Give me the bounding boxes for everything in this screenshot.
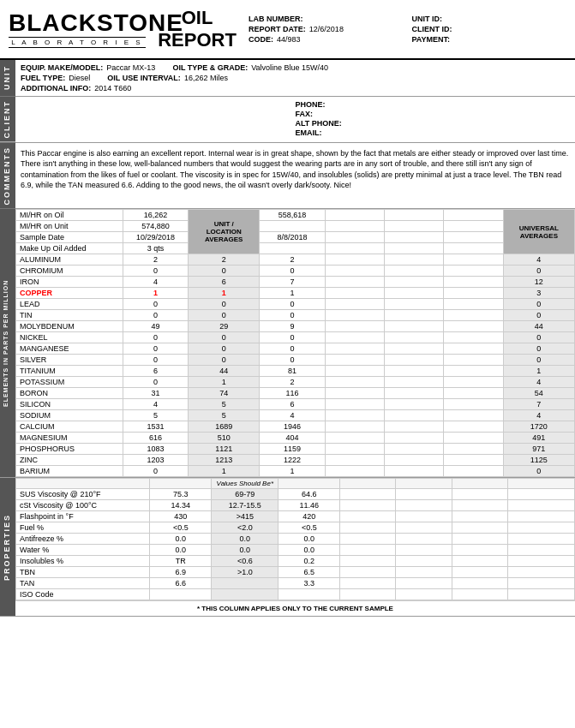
element-col6 <box>444 343 503 355</box>
prop-col4 <box>340 511 396 522</box>
element-row-molybdenum: MOLYBDENUM 49 29 9 44 <box>16 321 575 332</box>
element-col5 <box>385 421 444 433</box>
equip-label: EQUIP. MAKE/MODEL: <box>21 63 103 72</box>
element-val3-manganese: 0 <box>260 343 325 355</box>
element-col5 <box>385 388 444 399</box>
element-row-silicon: SILICON 4 5 6 7 <box>16 399 575 410</box>
payment-row: PAYMENT: <box>412 35 567 44</box>
header-info: LAB NUMBER: UNIT ID: REPORT DATE: 12/6/2… <box>249 15 566 44</box>
comments-section: COMMENTS This Paccar engine is also earn… <box>0 143 575 210</box>
meta-col5 <box>385 243 444 254</box>
element-row-copper: COPPER 1 1 1 3 <box>16 288 575 299</box>
element-val3-calcium: 1946 <box>260 421 325 433</box>
report-line2: REPORT <box>146 29 249 51</box>
prop-col5 <box>396 522 452 534</box>
prop-row-sus: SUS Viscosity @ 210°F 75.3 69-79 64.6 <box>16 489 575 500</box>
prop-row-iso: ISO Code <box>16 589 575 600</box>
element-col6 <box>444 366 503 377</box>
prop-col7 <box>507 489 574 500</box>
element-col4 <box>325 299 384 310</box>
prop-row-cst: cSt Viscosity @ 100°C 14.34 12.7-15.5 11… <box>16 500 575 511</box>
element-avg-lead: 0 <box>189 299 260 310</box>
prop-col5 <box>396 567 452 578</box>
element-val1-chromium: 0 <box>123 266 188 277</box>
element-universal-magnesium: 491 <box>503 433 574 444</box>
element-val1-copper: 1 <box>123 288 188 299</box>
prop-val1-tan: 6.6 <box>150 578 212 589</box>
element-val1-titanium: 6 <box>123 366 188 377</box>
elements-table-container: MI/HR on Oil 16,262 UNIT /LOCATIONAVERAG… <box>15 209 575 477</box>
element-val3-nickel: 0 <box>260 332 325 343</box>
element-row-iron: IRON 4 6 7 12 <box>16 277 575 288</box>
element-val1-zinc: 1203 <box>123 455 188 466</box>
equip-value: Paccar MX-13 <box>106 63 155 72</box>
comments-content: This Paccar engine is also earning an ex… <box>15 143 575 209</box>
prop-label-water: Water % <box>16 545 150 556</box>
oil-type-value: Valvoline Blue 15W/40 <box>251 63 328 72</box>
meta-label-sample-date: Sample Date <box>16 232 123 243</box>
unit-row-2: FUEL TYPE: Diesel OIL USE INTERVAL: 16,2… <box>21 74 570 82</box>
unit-side-label: UNIT <box>0 60 15 96</box>
element-universal-iron: 12 <box>503 277 574 288</box>
prop-col5 <box>396 556 452 567</box>
footer-note: * THIS COLUMN APPLIES ONLY TO THE CURREN… <box>15 600 575 616</box>
code-label: CODE: <box>249 35 273 44</box>
meta-col3 <box>260 221 325 232</box>
unit-id-label: UNIT ID: <box>412 15 443 23</box>
prop-val1-flashpoint: 430 <box>150 511 212 522</box>
prop-col5 <box>396 589 452 600</box>
element-universal-nickel: 0 <box>503 332 574 343</box>
note-empty4 <box>340 479 396 489</box>
element-universal-lead: 0 <box>503 299 574 310</box>
prop-col6 <box>452 511 507 522</box>
element-val1-silicon: 4 <box>123 399 188 410</box>
element-label-silicon: SILICON <box>16 399 123 410</box>
prop-label-flashpoint: Flashpoint in °F <box>16 511 150 522</box>
element-row-aluminum: ALUMINUM 2 2 2 4 <box>16 254 575 266</box>
element-val3-iron: 7 <box>260 277 325 288</box>
prop-avg-iso <box>212 589 279 600</box>
element-col5 <box>385 377 444 388</box>
prop-val1-iso <box>150 589 212 600</box>
oil-use-field: OIL USE INTERVAL: 16,262 Miles <box>107 74 228 82</box>
oil-type-field: OIL TYPE & GRADE: Valvoline Blue 15W/40 <box>172 63 328 72</box>
prop-row-antifreeze: Antifreeze % 0.0 0.0 0.0 <box>16 534 575 545</box>
client-section: CLIENT PHONE: FAX: ALT PHONE: EMAIL: <box>0 97 575 143</box>
element-col5 <box>385 399 444 410</box>
element-label-barium: BARIUM <box>16 466 123 477</box>
prop-col7 <box>507 589 574 600</box>
client-side-label: CLIENT <box>0 97 15 142</box>
element-col5 <box>385 466 444 477</box>
element-val1-sodium: 5 <box>123 410 188 421</box>
element-avg-titanium: 44 <box>189 366 260 377</box>
prop-col5 <box>396 578 452 589</box>
element-label-silver: SILVER <box>16 355 123 366</box>
logo-area: BLACKSTONE L A B O R A T O R I E S <box>9 11 146 48</box>
payment-label: PAYMENT: <box>412 35 451 44</box>
element-val1-silver: 0 <box>123 355 188 366</box>
element-universal-boron: 54 <box>503 388 574 399</box>
element-col6 <box>444 444 503 455</box>
properties-note-row: Values Should Be* <box>16 479 575 489</box>
element-avg-copper: 1 <box>189 288 260 299</box>
element-row-silver: SILVER 0 0 0 0 <box>16 355 575 366</box>
element-col6 <box>444 433 503 444</box>
element-avg-phosphorus: 1121 <box>189 444 260 455</box>
element-avg-calcium: 1689 <box>189 421 260 433</box>
prop-avg-insolubles: <0.6 <box>212 556 279 567</box>
unit-row-3: ADDITIONAL INFO: 2014 T660 <box>21 84 570 92</box>
meta-col3 <box>260 243 325 254</box>
element-col5 <box>385 455 444 466</box>
element-val1-iron: 4 <box>123 277 188 288</box>
element-val1-manganese: 0 <box>123 343 188 355</box>
prop-val3-insolubles: 0.2 <box>279 556 340 567</box>
element-label-titanium: TITANIUM <box>16 366 123 377</box>
prop-val1-sus: 75.3 <box>150 489 212 500</box>
report-date-value: 12/6/2018 <box>309 25 344 33</box>
element-row-calcium: CALCIUM 1531 1689 1946 1720 <box>16 421 575 433</box>
prop-col6 <box>452 522 507 534</box>
element-avg-silicon: 5 <box>189 399 260 410</box>
meta-val1-sample-date: 10/29/2018 <box>123 232 188 243</box>
meta-col4 <box>325 210 384 221</box>
oil-type-label: OIL TYPE & GRADE: <box>172 63 248 72</box>
